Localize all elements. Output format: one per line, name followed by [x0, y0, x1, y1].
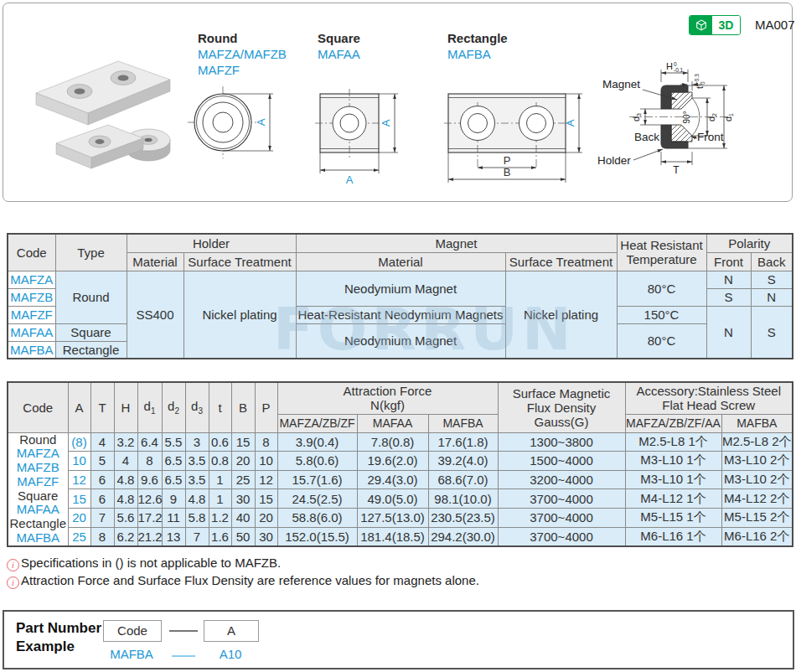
dim-cell: 4 [90, 432, 114, 452]
back-label: Back [634, 131, 659, 143]
round-title: Round [198, 30, 287, 46]
accessory-cell: M6-L16 2个 [721, 527, 793, 546]
dim-cell: 4.8 [114, 489, 137, 509]
accessory-cell: M3-L10 1个 [625, 452, 721, 471]
accessory-line1: Accessory:Stainless Steel [626, 384, 793, 398]
spec-header-heat: Heat Resistant Temperature [617, 234, 706, 271]
rectangle-drawing: A P B [444, 87, 588, 189]
note-text: Specifications in () is not applicable t… [21, 556, 281, 570]
spec-header-holder: Holder [127, 234, 296, 252]
polarity-back-cell: S [751, 306, 793, 359]
table-row: MAFAA Square Neodymium Magnet 80°C [8, 323, 793, 341]
magnet-material-cell: Neodymium Magnet [296, 323, 505, 359]
accessory-cell: M2.5-L8 1个 [625, 432, 721, 452]
rectangle-caption: Rectangle MAFBA [447, 30, 508, 62]
code-cell: MAFZA [8, 271, 55, 288]
code-line: MAFZF [8, 475, 68, 489]
dim-cell: 6 [90, 489, 114, 509]
dim-cell: 25 [231, 470, 255, 489]
dim-cell: 6.5 [162, 470, 185, 489]
drawing-panel: Round MAFZA/MAFZB MAFZF Square MAFAA Rec… [3, 3, 793, 202]
dim-cell: 9 [162, 489, 185, 509]
flux-cell: 3700~4000 [498, 509, 625, 528]
force-cell: 230.5(23.5) [428, 509, 498, 528]
dim-header-accessory: Accessory:Stainless Steel Flat Head Scre… [625, 382, 793, 414]
dim-header-d1: d1 [137, 382, 162, 432]
type-cell: Square [55, 323, 127, 341]
spec-header-magnet-material: Material [296, 252, 505, 271]
dim-cell: 8 [90, 527, 114, 546]
attraction-col-2: MAFAA [357, 414, 428, 432]
dim-cell: 1 [209, 489, 231, 509]
dimension-table: Code A T H d1 d2 d3 t B P Attraction For… [7, 381, 793, 547]
dim-header-a: A [68, 382, 90, 432]
round-codes-line1: MAFZA/MAFZB [198, 46, 287, 62]
dim-header-h: H [114, 382, 137, 432]
dim-t-tol-upper: +0.3 [694, 74, 700, 85]
a-cell: 10 [68, 452, 90, 471]
flux-cell: 1300~3800 [498, 432, 625, 452]
d3-sub: 3 [198, 406, 203, 416]
force-cell: 19.6(2.0) [357, 452, 428, 471]
force-cell: 29.4(3.0) [357, 470, 428, 489]
front-label: Front [697, 131, 724, 143]
rectangle-code: MAFBA [447, 46, 508, 62]
section-drawing: H 0 -0.1 t +0.3 0 d3 90° [596, 60, 796, 178]
polarity-back-cell: N [751, 288, 793, 306]
note-text: Attraction Force and Surface Flux Densit… [21, 573, 479, 587]
accessory-cell: M4-L12 2个 [721, 489, 793, 509]
code-line: MAFZA [8, 447, 68, 461]
table-row: 25 8 6.2 21.2 13 7 1.6 50 30 152.0(15.5)… [8, 527, 793, 546]
dash-line [169, 630, 198, 632]
dim-cell: 15 [255, 489, 277, 509]
dim-t-tol-lower: 0 [700, 81, 706, 85]
page-code: MA007 [755, 18, 795, 32]
dim-cell: 12.6 [137, 489, 162, 509]
dim-cell: 10 [255, 452, 277, 471]
force-cell: 17.6(1.8) [428, 432, 498, 452]
accessory-cell: M2.5-L8 2个 [721, 432, 793, 452]
flux-line2: Flux Density Gauss(G) [499, 401, 625, 429]
dim-cell: 4.8 [114, 470, 137, 489]
a-cell: 25 [68, 527, 90, 546]
accessory-cell: M3-L10 2个 [721, 452, 793, 471]
dim-cell: 6.4 [137, 432, 162, 452]
dim-cell: 30 [231, 489, 255, 509]
dim-header-t-cap: T [90, 382, 114, 432]
dim-cell: 0.6 [209, 432, 231, 452]
dim-h-tol-upper: 0 [674, 61, 677, 67]
force-cell: 98.1(10.0) [428, 489, 498, 509]
flux-cell: 1500~4000 [498, 452, 625, 471]
dim-cell: 40 [231, 509, 255, 528]
3d-badge[interactable]: 3D [689, 15, 741, 35]
dim-cell: 3 [185, 432, 209, 452]
d2-sub: 2 [174, 406, 179, 416]
info-icon: i [7, 576, 19, 589]
force-cell: 7.8(0.8) [357, 432, 428, 452]
dim-cell: 7 [185, 527, 209, 546]
dim-p-label: P [504, 154, 511, 167]
spec-header-front: Front [706, 252, 751, 271]
dim-cell: 5.8 [185, 509, 209, 528]
code-cell: MAFZB [8, 288, 55, 306]
catalog-page: Round MAFZA/MAFZB MAFZF Square MAFAA Rec… [0, 0, 796, 672]
heat-cell: 150°C [617, 306, 706, 323]
dim-a-side-label: A [380, 119, 392, 127]
dim-d1-sub: 1 [728, 113, 734, 116]
dim-cell: 1.6 [209, 527, 231, 546]
dim-h-tol-lower: -0.1 [674, 67, 684, 73]
dim-cell: 0.8 [209, 452, 231, 471]
heat-cell: 80°C [617, 271, 706, 306]
accessory-cell: M4-L12 1个 [625, 489, 721, 509]
spec-header-polarity: Polarity [706, 234, 793, 252]
dim-header-flux: Surface Magnetic Flux Density Gauss(G) [498, 382, 625, 432]
force-cell: 127.5(13.0) [357, 509, 428, 528]
dim-cell: 4.8 [185, 489, 209, 509]
dim-cell: 50 [231, 527, 255, 546]
part-number-example: Part Number Example Code A MAFBA A10 [3, 610, 794, 669]
note-line: iSpecifications in () is not applicable … [7, 554, 479, 571]
cube-3d-icon [690, 16, 712, 34]
spec-header-holder-surface: Surface Treatment [183, 252, 296, 271]
spec-table: Code Type Holder Magnet Heat Resistant T… [7, 233, 793, 359]
dim-cell: 12 [255, 470, 277, 489]
